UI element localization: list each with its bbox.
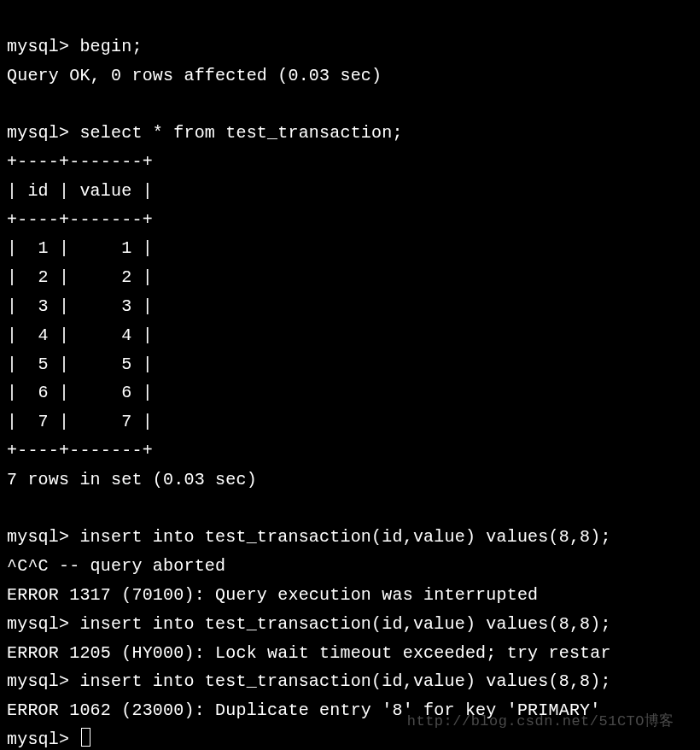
blank-line xyxy=(7,94,17,114)
prompt: mysql> xyxy=(7,729,79,749)
cmd-select: select * from test_transaction; xyxy=(79,123,402,143)
response-rows-in-set: 7 rows in set (0.03 sec) xyxy=(7,470,257,489)
table-header: | id | value | xyxy=(7,181,153,201)
prompt: mysql> xyxy=(7,123,79,143)
response-query-ok: Query OK, 0 rows affected (0.03 sec) xyxy=(7,66,382,85)
prompt: mysql> xyxy=(7,527,79,547)
table-row: | 3 | 3 | xyxy=(7,296,153,316)
cmd-insert-2: insert into test_transaction(id,value) v… xyxy=(79,614,610,634)
prompt: mysql> xyxy=(7,614,79,634)
prompt: mysql> xyxy=(7,671,79,691)
response-err1205: ERROR 1205 (HY000): Lock wait timeout ex… xyxy=(7,643,611,663)
table-row: | 1 | 1 | xyxy=(7,238,153,258)
table-border: +----+-------+ xyxy=(7,441,153,460)
table-row: | 4 | 4 | xyxy=(7,325,153,345)
cmd-insert-3: insert into test_transaction(id,value) v… xyxy=(79,671,610,691)
table-row: | 5 | 5 | xyxy=(7,354,153,374)
prompt: mysql> xyxy=(7,37,79,56)
table-row: | 7 | 7 | xyxy=(7,412,153,431)
watermark: http://blog.csdn.net/51CTO博客 xyxy=(407,710,674,735)
response-err1317: ERROR 1317 (70100): Query execution was … xyxy=(7,585,538,605)
terminal-output[interactable]: mysql> begin; Query OK, 0 rows affected … xyxy=(0,0,700,750)
cmd-insert-1: insert into test_transaction(id,value) v… xyxy=(79,527,610,547)
table-border: +----+-------+ xyxy=(7,152,153,172)
table-row: | 2 | 2 | xyxy=(7,267,153,287)
response-abort: ^C^C -- query aborted xyxy=(7,556,225,576)
table-row: | 6 | 6 | xyxy=(7,383,153,402)
cmd-begin: begin; xyxy=(79,37,142,56)
table-border: +----+-------+ xyxy=(7,210,153,230)
cursor-icon[interactable] xyxy=(81,728,90,747)
blank-line xyxy=(7,499,17,519)
